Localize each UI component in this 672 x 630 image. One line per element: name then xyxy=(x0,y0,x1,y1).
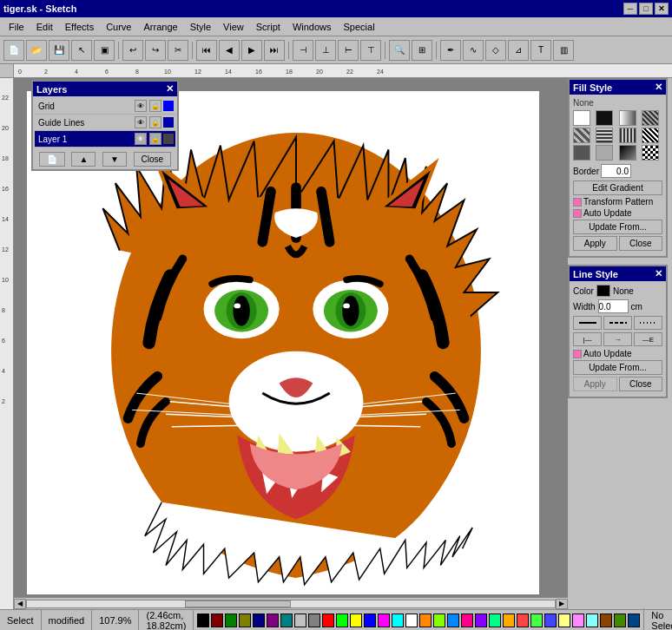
layer-lock-icon2[interactable]: 🔒 xyxy=(149,116,161,128)
tool-zoom[interactable]: 🔍 xyxy=(389,40,410,61)
color-swatch-17[interactable] xyxy=(433,614,445,627)
fill-swatch-8[interactable] xyxy=(573,145,590,161)
fill-swatch-2[interactable] xyxy=(619,110,636,126)
color-swatch-8[interactable] xyxy=(308,614,320,627)
color-swatch-24[interactable] xyxy=(530,614,543,627)
color-swatch-0[interactable] xyxy=(197,614,209,627)
fill-close-button[interactable]: Close xyxy=(619,236,663,251)
scrollbar-track[interactable] xyxy=(26,600,556,608)
color-swatch-31[interactable] xyxy=(628,614,640,627)
color-swatch-23[interactable] xyxy=(517,614,529,627)
tool-select[interactable]: ↖ xyxy=(71,40,92,61)
menu-edit[interactable]: Edit xyxy=(31,20,58,34)
menu-view[interactable]: View xyxy=(218,20,249,34)
fill-swatch-7[interactable] xyxy=(642,128,659,143)
tool-next2[interactable]: ⏭ xyxy=(264,40,285,61)
scroll-right-button[interactable]: ▶ xyxy=(556,599,568,609)
color-swatch-19[interactable] xyxy=(461,614,473,627)
menu-special[interactable]: Special xyxy=(339,20,380,34)
color-swatch-21[interactable] xyxy=(489,614,501,627)
menu-style[interactable]: Style xyxy=(185,20,216,34)
color-swatch-2[interactable] xyxy=(225,614,237,627)
layer-lock-icon[interactable]: 🔒 xyxy=(149,100,161,112)
fill-swatch-3[interactable] xyxy=(642,110,659,126)
tool-align2[interactable]: ⊥ xyxy=(315,40,336,61)
fill-swatch-5[interactable] xyxy=(596,128,613,143)
menu-curve[interactable]: Curve xyxy=(101,20,136,34)
fill-swatch-1[interactable] xyxy=(596,110,613,126)
tool-open[interactable]: 📂 xyxy=(26,40,47,61)
line-apply-button[interactable]: Apply xyxy=(573,377,617,391)
layer-row-grid[interactable]: Grid 👁 🔒 xyxy=(35,98,175,115)
layer-eye-icon3[interactable]: 👁 xyxy=(135,133,147,145)
color-swatch-1[interactable] xyxy=(211,614,223,627)
border-value-input[interactable] xyxy=(601,164,631,178)
color-swatch-12[interactable] xyxy=(364,614,376,627)
menu-arrange[interactable]: Arrange xyxy=(138,20,182,34)
color-swatch-25[interactable] xyxy=(544,614,557,627)
tool-grid[interactable]: ⊞ xyxy=(412,40,432,61)
tool-pen[interactable]: ✒ xyxy=(440,40,461,61)
color-swatch-26[interactable] xyxy=(558,614,570,627)
layer-eye-icon[interactable]: 👁 xyxy=(135,100,147,112)
color-swatch-10[interactable] xyxy=(336,614,348,627)
color-swatch-13[interactable] xyxy=(378,614,390,627)
color-swatch-9[interactable] xyxy=(322,614,334,627)
tool-prev2[interactable]: ◀ xyxy=(219,40,240,61)
menu-file[interactable]: File xyxy=(3,20,30,34)
tool-text[interactable]: T xyxy=(530,40,551,61)
minimize-button[interactable]: ─ xyxy=(623,3,637,15)
tool-redo[interactable]: ↪ xyxy=(145,40,166,61)
tool-undo[interactable]: ↩ xyxy=(122,40,143,61)
color-swatch-29[interactable] xyxy=(600,614,612,627)
color-swatch-3[interactable] xyxy=(239,614,251,627)
scroll-left-button[interactable]: ◀ xyxy=(14,599,26,609)
color-swatch-6[interactable] xyxy=(280,614,293,627)
menu-windows[interactable]: Windows xyxy=(287,20,337,34)
line-end-flat-button[interactable]: |— xyxy=(573,332,602,346)
tool-node[interactable]: ⊿ xyxy=(508,40,529,61)
canvas-area[interactable]: Layers ✕ Grid 👁 🔒 Guide Lines xyxy=(14,78,568,597)
line-end-e-button[interactable]: —E xyxy=(634,332,662,346)
update-from-fill-button[interactable]: Update From... xyxy=(573,220,662,234)
tool-prev[interactable]: ⏮ xyxy=(196,40,217,61)
color-swatch-18[interactable] xyxy=(447,614,459,627)
tool-select2[interactable]: ▣ xyxy=(94,40,115,61)
layer-add-button[interactable]: 📄 xyxy=(39,152,65,167)
fill-swatch-9[interactable] xyxy=(596,145,613,161)
fill-swatch-4[interactable] xyxy=(573,128,590,143)
fill-swatch-6[interactable] xyxy=(619,128,636,143)
layer-row-1[interactable]: Layer 1 👁 🔒 xyxy=(35,131,175,148)
layers-close-button[interactable]: Close xyxy=(134,152,172,167)
line-color-swatch[interactable] xyxy=(596,285,610,297)
tool-bezier[interactable]: ∿ xyxy=(463,40,484,61)
fill-style-close-icon[interactable]: ✕ xyxy=(655,82,662,93)
tool-align3[interactable]: ⊢ xyxy=(338,40,359,61)
layer-up-button[interactable]: ▲ xyxy=(71,152,96,167)
color-swatch-27[interactable] xyxy=(572,614,584,627)
tool-shape[interactable]: ◇ xyxy=(485,40,506,61)
line-width-input[interactable] xyxy=(598,299,629,313)
scrollbar-thumb[interactable] xyxy=(185,600,291,607)
close-button[interactable]: ✕ xyxy=(655,3,669,15)
scrollbar-horizontal[interactable]: ◀ ▶ xyxy=(14,597,568,609)
fill-swatch-10[interactable] xyxy=(619,145,636,161)
color-swatch-7[interactable] xyxy=(294,614,306,627)
tool-last[interactable]: ▥ xyxy=(553,40,574,61)
tool-new[interactable]: 📄 xyxy=(3,40,24,61)
layer-down-button[interactable]: ▼ xyxy=(102,152,127,167)
line-dotted-button[interactable] xyxy=(634,316,662,330)
color-swatch-30[interactable] xyxy=(614,614,626,627)
color-swatch-15[interactable] xyxy=(405,614,418,627)
menu-script[interactable]: Script xyxy=(251,20,286,34)
maximize-button[interactable]: □ xyxy=(639,3,653,15)
layer-row-guides[interactable]: Guide Lines 👁 🔒 xyxy=(35,115,175,131)
color-swatch-20[interactable] xyxy=(475,614,487,627)
color-swatch-16[interactable] xyxy=(419,614,432,627)
layers-close-icon[interactable]: ✕ xyxy=(166,83,174,95)
color-swatch-28[interactable] xyxy=(586,614,598,627)
menu-effects[interactable]: Effects xyxy=(60,20,99,34)
layer-eye-icon2[interactable]: 👁 xyxy=(135,116,147,128)
color-swatch-5[interactable] xyxy=(267,614,279,627)
color-swatch-14[interactable] xyxy=(392,614,404,627)
